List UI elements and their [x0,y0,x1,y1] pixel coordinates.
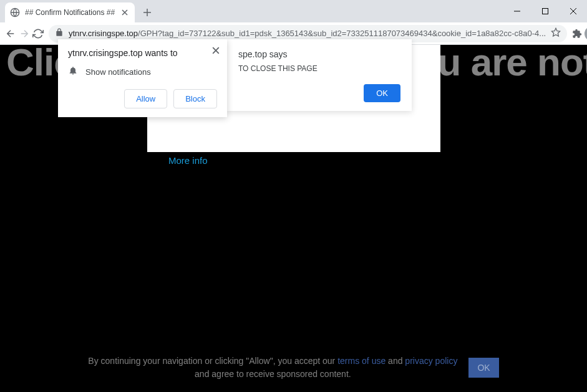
maximize-button[interactable] [531,0,559,22]
close-window-button[interactable] [559,0,587,22]
close-tab-icon[interactable] [120,7,130,17]
js-alert-dialog: spe.top says TO CLOSE THIS PAGE OK [227,39,412,111]
alert-text: TO CLOSE THIS PAGE [238,64,400,73]
url-text: ytnrv.crisingspe.top/GPH?tag_id=737122&s… [69,29,546,38]
globe-icon [10,7,20,17]
more-info-link[interactable]: More info [168,155,208,166]
minimize-button[interactable] [503,0,531,22]
consent-ok-button[interactable]: OK [468,358,498,378]
star-icon[interactable] [551,27,561,40]
consent-text: By continuing your navigation or clickin… [88,355,457,381]
permission-label: Show notifications [85,67,151,77]
terms-link[interactable]: terms of use [337,356,386,366]
tab-title: ## Confirm Notifications ## [25,8,115,17]
alert-ok-button[interactable]: OK [364,84,400,102]
alert-title: spe.top says [238,49,400,59]
notification-permission-popup: ytnrv.crisingspe.top wants to Show notif… [58,39,227,117]
bell-icon [68,65,78,78]
window-titlebar: ## Confirm Notifications ## [0,0,587,22]
close-icon[interactable] [211,45,221,55]
new-tab-button[interactable] [138,4,156,21]
privacy-link[interactable]: privacy policy [405,356,457,366]
block-button[interactable]: Block [173,89,217,108]
svg-rect-1 [542,9,548,14]
permission-title: ytnrv.crisingspe.top wants to [68,48,217,58]
avatar-icon [585,26,587,41]
consent-bar: By continuing your navigation or clickin… [0,355,587,381]
lock-icon [55,28,64,39]
window-controls [503,0,587,22]
browser-tab[interactable]: ## Confirm Notifications ## [5,2,135,22]
allow-button[interactable]: Allow [124,89,167,108]
svg-marker-2 [552,28,560,36]
